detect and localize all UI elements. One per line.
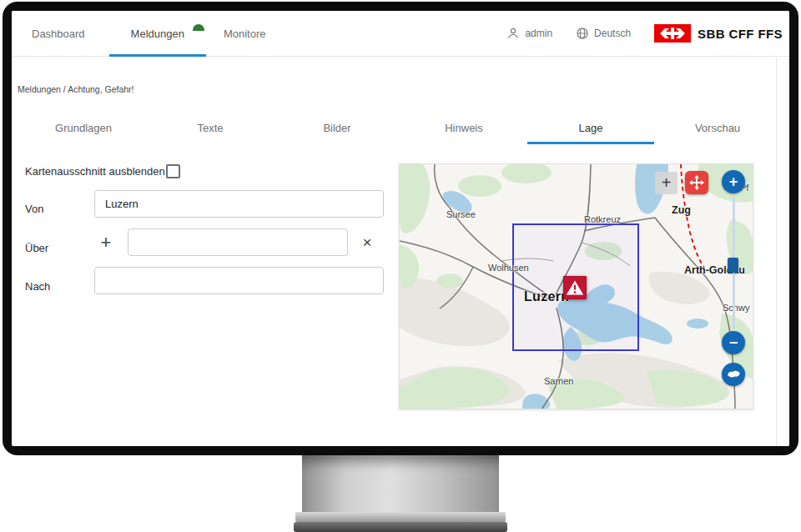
move-arrows-icon (687, 173, 707, 193)
tab-lage[interactable]: Lage (527, 114, 654, 144)
map-layers-button[interactable]: + (655, 172, 678, 194)
map-pan-mode-button[interactable] (685, 171, 708, 194)
nav-item-meldungen-label: Meldungen (131, 28, 184, 40)
nav-item-monitore[interactable]: Monitore (222, 11, 268, 57)
map-canvas[interactable]: Sursee Rotkreuz Zug Pf Wolhusen Luzern A… (399, 163, 753, 409)
tab-grundlagen[interactable]: Grundlagen (20, 114, 147, 144)
screen: Dashboard Meldungen Monitore admi (12, 11, 789, 446)
clear-via-button[interactable]: × (356, 232, 378, 253)
top-navbar: Dashboard Meldungen Monitore admi (12, 11, 789, 57)
globe-icon (576, 27, 589, 40)
monitor-stand-base (294, 522, 507, 532)
page: Dashboard Meldungen Monitore admi (0, 0, 801, 532)
user-icon (506, 27, 520, 40)
home-extent-button[interactable] (722, 363, 745, 386)
from-label: Von (25, 203, 43, 215)
tab-bilder[interactable]: Bilder (274, 114, 400, 144)
to-label: Nach (25, 280, 50, 293)
nav-item-meldungen[interactable]: Meldungen (109, 11, 206, 57)
language-menu[interactable]: Deutsch (576, 27, 631, 40)
hide-map-label: Kartenausschnitt ausblenden (25, 165, 165, 178)
from-input[interactable] (94, 190, 384, 218)
via-input[interactable] (128, 228, 348, 256)
sbb-flag-icon (654, 24, 691, 43)
map-label-sarnen: Sarnen (544, 376, 573, 386)
tab-vorschau[interactable]: Vorschau (654, 114, 781, 144)
user-name: admin (525, 28, 552, 39)
monitor-stand-foot (295, 512, 506, 522)
add-via-button[interactable]: + (95, 232, 117, 253)
via-label: Über (25, 242, 48, 254)
user-menu[interactable]: admin (506, 27, 552, 40)
map-label-zug: Zug (672, 204, 691, 216)
zoom-out-button[interactable]: − (722, 331, 745, 354)
map-label-rotkreuz: Rotkreuz (584, 214, 621, 224)
main-nav: Dashboard Meldungen Monitore (12, 11, 268, 56)
map-label-wolhusen: Wolhusen (488, 263, 529, 273)
zoom-in-button[interactable]: + (722, 170, 745, 193)
zoom-slider-handle[interactable] (728, 258, 738, 273)
language-label: Deutsch (594, 28, 631, 39)
nav-right-cluster: admin Deutsch (506, 11, 789, 56)
breadcrumb: Meldungen / Achtung, Gefahr! (18, 84, 134, 94)
map-label-sursee: Sursee (446, 209, 476, 219)
notification-badge (193, 24, 204, 31)
to-input[interactable] (94, 267, 384, 294)
tab-hinweis[interactable]: Hinweis (400, 114, 527, 144)
warning-marker[interactable] (563, 276, 587, 299)
tab-bar: Grundlagen Texte Bilder Hinweis Lage Vor… (20, 114, 781, 144)
switzerland-icon (723, 364, 743, 384)
active-nav-underline (109, 54, 206, 57)
monitor-stand-neck (302, 455, 499, 512)
map-label-schwyz: Schwy (723, 303, 749, 313)
hide-map-checkbox[interactable] (166, 164, 180, 178)
monitor-bezel: Dashboard Meldungen Monitore admi (3, 2, 798, 455)
danger-triangle-icon (563, 276, 587, 299)
sbb-logo: SBB CFF FFS (654, 24, 783, 43)
nav-item-dashboard[interactable]: Dashboard (30, 11, 87, 57)
tab-texte[interactable]: Texte (147, 114, 274, 144)
brand-text: SBB CFF FFS (698, 27, 783, 41)
